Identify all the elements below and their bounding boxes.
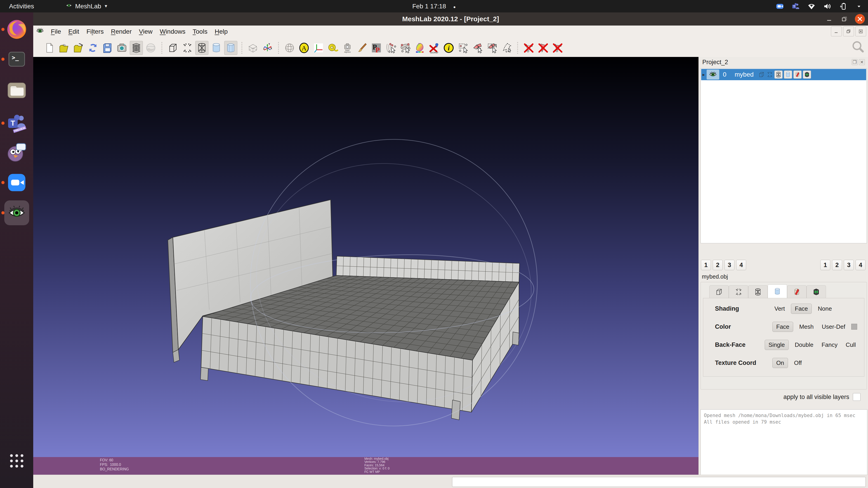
toolbar-button-info[interactable]: i (442, 41, 455, 55)
render-tab-points[interactable] (729, 285, 748, 298)
layer-rendermode-flat-mini-button[interactable] (784, 70, 792, 78)
toolbar-button-flat-cyl[interactable] (210, 41, 223, 55)
toolbar-button-tape[interactable] (327, 41, 340, 55)
toolbar-button-sel-frect[interactable] (486, 41, 499, 55)
option-vert[interactable]: Vert (772, 304, 787, 314)
toolbar-button-raster-cam[interactable]: RasterAlignment (341, 41, 354, 55)
option-mesh[interactable]: Mesh (797, 322, 816, 332)
dock-item-firefox[interactable] (4, 17, 29, 42)
dock-item-meshlab[interactable] (4, 200, 29, 225)
toolbar-button-del-vert[interactable] (522, 41, 535, 55)
dock-item-pidgin[interactable] (4, 140, 29, 165)
toolbar-button-bunny[interactable] (413, 41, 426, 55)
layer-row-mybed[interactable]: ▸ 0 mybed (701, 69, 866, 80)
clock-text[interactable]: Feb 1 17:18 (412, 3, 446, 10)
preset-button-left-2[interactable]: 2 (713, 260, 723, 270)
option-single[interactable]: Single (765, 340, 789, 350)
menu-tools[interactable]: Tools (189, 27, 211, 37)
option-on[interactable]: On (772, 358, 788, 368)
toolbar-button-smooth-cyl[interactable] (224, 41, 237, 55)
toolbar-button-sel-face[interactable] (471, 41, 484, 55)
option-double[interactable]: Double (793, 340, 815, 350)
zoom-camera-icon[interactable] (775, 1, 785, 11)
apply-all-layers-checkbox[interactable] (853, 393, 861, 401)
window-title-bar[interactable]: MeshLab 2020.12 - [Project_2] (33, 12, 868, 26)
layer-rendermode-texgreen-mini-button[interactable] (803, 70, 811, 78)
layer-rendermode-wire-mini-button[interactable] (774, 70, 782, 78)
preset-button-left-4[interactable]: 4 (736, 260, 746, 270)
preset-button-left-3[interactable]: 3 (724, 260, 735, 270)
render-tab-texgreen[interactable] (807, 285, 826, 298)
layer-list[interactable]: ▸ 0 mybed (701, 68, 867, 243)
panel-float-button[interactable]: ❐ (852, 59, 858, 65)
panel-close-button[interactable]: ✕ (859, 59, 865, 65)
toolbar-button-pointpick[interactable] (399, 41, 412, 55)
app-menu-button[interactable]: MeshLab ▼ (66, 2, 108, 10)
render-tab-wire[interactable] (748, 285, 768, 298)
toolbar-button-folder-mesh[interactable] (72, 41, 85, 55)
menu-help[interactable]: Help (211, 27, 231, 37)
layer-rendermode-redwedge-mini-button[interactable] (794, 70, 802, 78)
toolbar-button-points[interactable] (181, 41, 194, 55)
mdi-close-button[interactable] (855, 26, 866, 36)
toolbar-button-save[interactable] (101, 41, 114, 55)
menu-file[interactable]: File (47, 27, 65, 37)
option-face[interactable]: Face (791, 304, 812, 314)
toolbar-button-reload[interactable] (86, 41, 99, 55)
toolbar-button-wire-cyl[interactable] (195, 41, 209, 55)
render-tab-flat[interactable] (768, 285, 787, 298)
menu-filters[interactable]: Filters (83, 27, 107, 37)
toolbar-button-pp[interactable]: PP (370, 41, 383, 55)
toolbar-button-axes3d[interactable]: YXZ (261, 41, 274, 55)
toolbar-button-voxel[interactable] (246, 41, 259, 55)
dock-item-files[interactable] (4, 78, 29, 103)
toolbar-button-bbox[interactable] (166, 41, 180, 55)
dock-item-app-grid[interactable] (4, 449, 29, 473)
chevron-down-icon[interactable] (854, 1, 864, 11)
toolbar-button-camera[interactable] (115, 41, 128, 55)
menu-render[interactable]: Render (107, 27, 135, 37)
system-tray[interactable]: T (775, 0, 864, 12)
wifi-icon[interactable] (807, 1, 816, 11)
toolbar-button-font-a[interactable]: A (298, 41, 311, 55)
mdi-minimize-button[interactable] (831, 26, 842, 36)
volume-icon[interactable] (822, 1, 832, 11)
battery-icon[interactable] (838, 1, 848, 11)
render-tab-redwedge[interactable] (787, 285, 807, 298)
preset-button-right-4[interactable]: 4 (856, 260, 866, 270)
option-none[interactable]: None (816, 304, 834, 314)
user-color-swatch[interactable] (851, 324, 857, 330)
toolbar-button-align[interactable] (384, 41, 397, 55)
menu-windows[interactable]: Windows (156, 27, 189, 37)
option-face[interactable]: Face (772, 322, 793, 332)
dock-item-zoom[interactable] (4, 170, 29, 195)
option-off[interactable]: Off (792, 358, 804, 368)
preset-button-right-3[interactable]: 3 (844, 260, 854, 270)
bottom-command-input[interactable] (452, 477, 866, 487)
search-icon[interactable] (851, 39, 865, 55)
toolbar-button-sel-vert[interactable] (457, 41, 470, 55)
layer-expander-icon[interactable]: ▸ (703, 72, 705, 77)
toolbar-button-folder-proj[interactable] (57, 41, 70, 55)
activities-button[interactable]: Activities (7, 2, 36, 11)
toolbar-button-layers[interactable] (130, 41, 143, 55)
mdi-restore-button[interactable] (843, 26, 854, 36)
option-cull[interactable]: Cull (844, 340, 858, 350)
preset-button-right-2[interactable]: 2 (832, 260, 842, 270)
layer-visibility-eye-icon[interactable] (707, 70, 719, 79)
toolbar-button-doc-new[interactable] (43, 41, 56, 55)
option-fancy[interactable]: Fancy (819, 340, 839, 350)
toolbar-button-trackball[interactable] (283, 41, 296, 55)
preset-button-left-1[interactable]: 1 (701, 260, 711, 270)
3d-viewport[interactable]: FOV: 60 FPS: 1000.0 BO_RENDERING Mesh: m… (33, 57, 699, 475)
toolbar-button-axis-widget[interactable] (312, 41, 325, 55)
dock-item-terminal[interactable]: >_ (4, 47, 29, 72)
toolbar-button-brush[interactable] (355, 41, 368, 55)
toolbar-button-georef[interactable]: GEOREF (428, 41, 441, 55)
preset-button-right-1[interactable]: 1 (820, 260, 830, 270)
minimize-button[interactable] (824, 14, 834, 24)
dock-item-teams[interactable]: TPREVIEW (4, 111, 29, 135)
option-user-def[interactable]: User-Def (819, 322, 847, 332)
close-button[interactable] (855, 14, 865, 24)
toolbar-button-globe[interactable] (144, 41, 157, 55)
